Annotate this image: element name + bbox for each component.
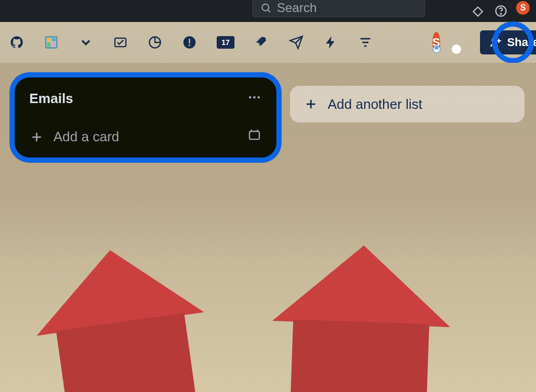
svg-rect-5 — [47, 38, 51, 41]
member-avatar-1[interactable]: S — [432, 32, 440, 53]
chevron-down-icon[interactable] — [79, 33, 93, 51]
alert-icon[interactable] — [182, 33, 197, 51]
help-icon[interactable] — [493, 3, 509, 19]
svg-point-24 — [249, 96, 252, 99]
filter-icon[interactable] — [358, 33, 373, 51]
automation-icon[interactable] — [323, 33, 338, 51]
powerup-icon[interactable] — [254, 33, 269, 51]
add-list-button[interactable]: Add another list — [290, 86, 524, 122]
search-input[interactable]: Search — [252, 0, 425, 17]
svg-point-26 — [258, 96, 260, 99]
share-button[interactable]: Share — [480, 30, 536, 54]
pie-chart-icon[interactable] — [148, 33, 162, 51]
svg-point-18 — [492, 39, 496, 42]
svg-point-13 — [188, 44, 190, 46]
svg-point-3 — [500, 14, 501, 15]
svg-point-0 — [262, 4, 269, 11]
svg-rect-12 — [189, 39, 190, 43]
background-decoration — [270, 242, 453, 392]
svg-rect-8 — [52, 42, 55, 47]
github-icon[interactable] — [9, 33, 24, 51]
list-menu-button[interactable] — [247, 90, 262, 107]
share-icon — [489, 36, 502, 49]
inbox-icon[interactable] — [113, 33, 128, 51]
add-card-button[interactable]: Add a card — [29, 129, 119, 145]
app-header: Search S — [0, 0, 536, 22]
svg-rect-6 — [52, 38, 55, 41]
background-decoration — [26, 238, 215, 392]
board-canvas: Emails Add a card Add another list — [0, 63, 536, 392]
list-card: Emails Add a card — [15, 77, 276, 158]
svg-point-25 — [253, 96, 256, 99]
svg-line-1 — [268, 10, 270, 12]
template-icon — [247, 128, 262, 142]
svg-rect-29 — [250, 131, 260, 139]
search-icon — [260, 2, 272, 14]
plus-icon — [304, 97, 318, 111]
notifications-icon[interactable] — [470, 3, 486, 19]
svg-rect-7 — [47, 42, 51, 47]
more-horizontal-icon — [247, 90, 262, 105]
search-placeholder: Search — [277, 1, 317, 15]
plus-icon — [29, 130, 44, 144]
account-avatar[interactable]: S — [516, 1, 530, 15]
list-title[interactable]: Emails — [29, 91, 73, 107]
card-template-button[interactable] — [247, 128, 262, 146]
admin-badge-icon — [432, 44, 441, 54]
send-icon[interactable] — [289, 33, 304, 51]
dashboard-icon[interactable] — [44, 33, 59, 51]
calendar-badge[interactable]: 17 — [217, 33, 234, 51]
board-toolbar: 17 S Share — [0, 22, 536, 63]
